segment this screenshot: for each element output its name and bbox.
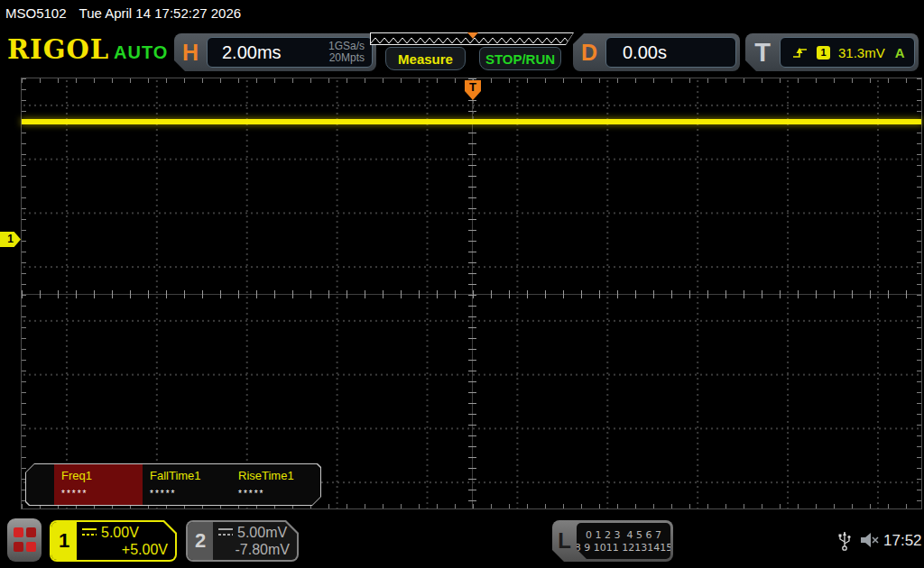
trigger-marker-stem [473,101,474,119]
measurement-value: ***** [61,489,143,499]
measurement-name: FallTime1 [150,469,231,482]
channel1-offset: +5.00V [82,542,168,558]
logic-channels-row2: 8 9 1011 12131415 [575,542,672,554]
channel2-button[interactable]: 2 5.00mV -7.80mV [186,520,299,562]
dc-coupling-icon [82,528,97,536]
logic-channels-box: 0 1 2 3 4 5 6 7 8 9 1011 12131415 [577,523,670,559]
delay-settings-box[interactable]: D 0.00s [573,33,740,71]
measurement-results-box: Freq1 ***** FallTime1 ***** RiseTime1 **… [25,463,321,506]
channel1-scale: 5.00V [101,525,139,541]
waveform-display-area: T [21,78,922,509]
memory-depth: 20Mpts [328,52,365,64]
channel2-readout: 5.00mV -7.80mV [213,522,297,560]
channel1-button-inner: 1 5.00V +5.00V [51,522,175,560]
measurement-item-freq1[interactable]: Freq1 ***** [54,464,143,505]
measurement-name: Freq1 [61,469,143,482]
trigger-info-row: 1 31.3mV A [781,45,914,60]
channel2-scale: 5.00mV [237,525,287,541]
delay-value: 0.00s [606,42,667,63]
speaker-muted-icon[interactable] [858,530,880,550]
measurement-item-risetime1[interactable]: RiseTime1 ***** [231,464,319,505]
horizontal-label: H [174,40,207,66]
delay-label: D [573,40,605,66]
channel2-number: 2 [188,522,213,560]
acquisition-mode-label: AUTO [114,42,168,63]
channel1-readout: 5.00V +5.00V [77,522,175,560]
channel1-trace [22,119,921,124]
measurement-value: ***** [150,489,231,499]
trigger-sweep-mode: A [895,45,905,60]
datetime: Tue April 14 17:52:27 2026 [79,5,242,21]
trigger-settings-box[interactable]: T 1 31.3mV A [745,33,919,71]
channel1-level-marker[interactable]: 1 [0,232,21,247]
trigger-source-badge: 1 [817,46,830,60]
status-bar: MSO5102Tue April 14 17:52:27 2026 [5,5,254,21]
quick-menu-icon[interactable] [7,518,42,562]
model-name: MSO5102 [5,5,67,21]
channel2-offset: -7.80mV [218,542,290,558]
rising-edge-trigger-icon [791,46,808,60]
grid-center-horizontal-ticks [22,290,921,298]
usb-icon[interactable] [837,527,852,553]
waveform-preview-strip[interactable] [370,32,574,45]
timebase-value: 2.00ms [208,42,328,63]
rigol-logo: RIGOL [7,34,109,65]
sample-rate-block: 1GSa/s 20Mpts [328,41,372,64]
stop-run-button[interactable]: STOP/RUN [479,47,561,70]
logic-analyzer-label: L [552,520,577,562]
dc-coupling-icon [218,528,233,536]
horizontal-inner: 2.00ms 1GSa/s 20Mpts [207,37,373,68]
trigger-level-value: 31.3mV [838,45,885,60]
clock: 17:52 [883,532,922,550]
delay-inner: 0.00s [605,37,736,68]
measurement-name: RiseTime1 [238,469,319,482]
channel2-button-inner: 2 5.00mV -7.80mV [188,522,297,560]
measure-button[interactable]: Measure [385,47,466,70]
quick-menu-square [14,527,23,537]
channel1-button[interactable]: 1 5.00V +5.00V [50,520,177,562]
logic-analyzer-button[interactable]: L 0 1 2 3 4 5 6 7 8 9 1011 12131415 [552,520,673,562]
trigger-label: T [745,38,780,68]
quick-menu-square [26,527,36,537]
measurement-results-inner: Freq1 ***** FallTime1 ***** RiseTime1 **… [26,464,320,505]
measurement-item-falltime1[interactable]: FallTime1 ***** [143,464,231,505]
oscilloscope-screen: MSO5102Tue April 14 17:52:27 2026 RIGOL … [0,0,924,568]
preview-trigger-position-icon[interactable] [467,32,478,39]
logic-channels-row1: 0 1 2 3 4 5 6 7 [586,529,661,541]
measurement-value: ***** [238,489,319,499]
quick-menu-square [14,542,23,552]
channel1-number: 1 [51,522,77,560]
quick-menu-square [26,542,36,552]
trigger-inner: 1 31.3mV A [780,37,915,68]
horizontal-settings-box[interactable]: H 2.00ms 1GSa/s 20Mpts [174,33,376,71]
